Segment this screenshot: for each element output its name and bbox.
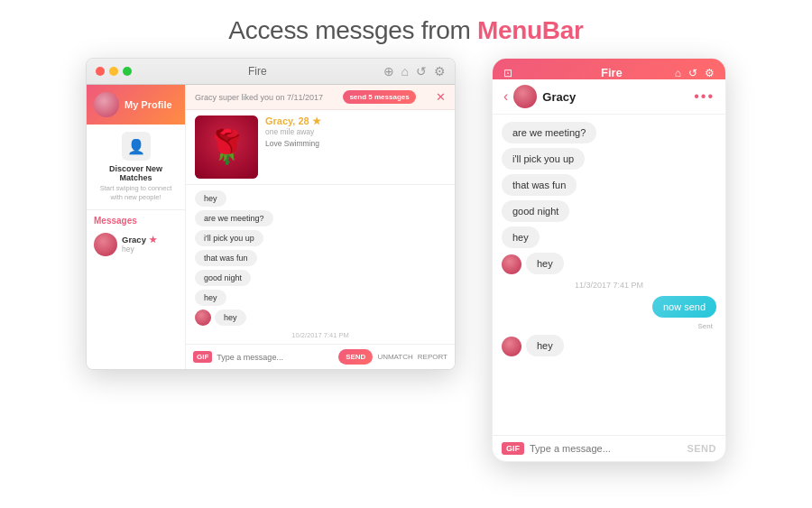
mobile-msg-meeting: are we meeting? [502,122,596,143]
mobile-home-icon[interactable]: ⌂ [675,67,681,79]
profile-avatar [94,92,119,117]
mobile-refresh-icon[interactable]: ↺ [688,67,697,79]
msg-hey-1: hey [195,190,226,207]
contact-last-msg: hey [122,245,157,254]
window-body: My Profile 👤 Discover New Matches Start … [87,85,455,369]
mobile-msg-now-send: now send [652,296,716,318]
mobile-title-left: ⊡ [503,67,549,79]
mobile-msg-hey-2: hey [526,253,564,274]
discover-sub: Start swiping to connect with new people… [94,184,178,202]
desktop-chat-input-bar: GIF SEND UNMATCH REPORT [186,344,455,369]
dot-green[interactable] [123,67,132,76]
mobile-msg-avatar [502,254,521,274]
window-ctrl-2[interactable]: ⌂ [401,64,409,79]
msg-fun: that was fun [195,250,257,266]
gif-button[interactable]: GIF [193,351,212,363]
mobile-msg-fun: that was fun [502,174,577,196]
mobile-msg-hey-3: hey [526,335,564,356]
profile-star-icon: ★ [312,115,321,126]
notif-send-btn[interactable]: send 5 messages [343,90,415,104]
mobile-back-icon[interactable]: ‹ [503,88,508,105]
profile-card-photo [195,115,258,179]
msg-hey-3: hey [215,309,246,326]
page-header: Access messges from MenuBar [228,0,583,58]
profile-card-info: Gracy, 28 ★ one mile away Love Swimming [265,115,321,148]
chat-area: Gracy super liked you on 7/11/2017 send … [186,85,455,369]
main-content: Fire ⊕ ⌂ ↺ ⚙ My Profile 👤 Disco [0,58,812,462]
mobile-send-button[interactable]: SEND [687,443,716,454]
mobile-msg-hey-1: hey [502,226,540,248]
sidebar-contact-gracy[interactable]: Gracy ★ hey [87,228,185,261]
profile-card-name: Gracy, 28 ★ [265,115,321,127]
notif-text: Gracy super liked you on 7/11/2017 [195,93,323,102]
window-dots [96,67,132,76]
chat-input-field[interactable] [217,353,334,362]
mobile-msg-hey-avatar-row: hey [502,335,716,356]
contact-name: Gracy ★ [122,235,157,245]
dot-red[interactable] [96,67,105,76]
mobile-chat-input[interactable] [530,443,681,454]
profile-avatar-inner [94,92,119,117]
window-ctrl-4[interactable]: ⚙ [434,64,446,79]
sidebar-profile: My Profile [87,85,185,125]
msg-meeting: are we meeting? [195,210,273,226]
mobile-timestamp: 11/3/2017 7:41 PM [502,281,716,290]
mobile-titlebar: ⊡ Fire ⌂ ↺ ⚙ [493,59,725,79]
mobile-input-bar: GIF SEND [493,435,725,461]
contact-avatar-inner [94,233,117,256]
window-title: Fire [132,65,383,78]
mobile-icon-screen: ⊡ [503,67,512,79]
mobile-messages-list: are we meeting? i'll pick you up that wa… [493,115,725,435]
mobile-sent-label: Sent [502,322,713,330]
window-controls: ⊕ ⌂ ↺ ⚙ [383,64,446,79]
msg-timestamp: 10/2/2017 7:41 PM [195,331,446,339]
mobile-msg-avatar-row: hey [502,253,716,274]
window-ctrl-3[interactable]: ↺ [416,64,427,79]
profile-card: Gracy, 28 ★ one mile away Love Swimming [186,110,455,185]
discover-icon: 👤 [122,132,151,161]
header-prefix: Access messges from [228,16,477,44]
contact-star: ★ [149,235,157,245]
mobile-nav-bar: ‹ Gracy ••• [493,79,725,115]
chat-notification: Gracy super liked you on 7/11/2017 send … [186,85,455,110]
mobile-gif-button[interactable]: GIF [502,442,524,455]
window-ctrl-1[interactable]: ⊕ [383,64,394,79]
desktop-window: Fire ⊕ ⌂ ↺ ⚙ My Profile 👤 Disco [86,58,456,370]
discover-title: Discover New Matches [94,164,178,182]
contact-info: Gracy ★ hey [122,235,157,254]
msg-avatar-sm [195,309,211,326]
sidebar-messages-label: Messages [87,210,185,228]
mobile-nav-avatar [513,85,537,108]
sidebar: My Profile 👤 Discover New Matches Start … [87,85,186,369]
mobile-nav-name: Gracy [542,90,694,104]
msg-pickup: i'll pick you up [195,230,263,246]
msg-hey-2: hey [195,290,226,306]
report-button[interactable]: REPORT [418,353,448,361]
mobile-msg-avatar-2 [502,337,521,356]
mobile-title: Fire [549,66,675,79]
desktop-send-btn[interactable]: SEND [338,349,373,365]
mobile-settings-icon[interactable]: ⚙ [705,67,715,79]
profile-card-bio: Love Swimming [265,139,321,148]
mobile-window: ⊡ Fire ⌂ ↺ ⚙ ‹ Gracy ••• are we meeting?… [492,58,726,462]
notif-close-icon[interactable]: ✕ [436,90,446,104]
desktop-messages-list: hey are we meeting? i'll pick you up tha… [186,185,455,344]
mobile-msg-night: good night [502,200,569,222]
msg-night: good night [195,270,251,286]
mobile-more-icon[interactable]: ••• [694,88,715,105]
msg-avatar-row: hey [195,309,446,326]
window-titlebar: Fire ⊕ ⌂ ↺ ⚙ [87,59,455,85]
mobile-title-icons: ⌂ ↺ ⚙ [675,67,715,79]
rose-photo [195,115,258,179]
profile-card-sub: one mile away [265,127,321,136]
header-brand: MenuBar [477,16,584,44]
sidebar-discover[interactable]: 👤 Discover New Matches Start swiping to … [87,125,185,210]
sidebar-profile-name: My Profile [125,99,172,110]
contact-avatar-gracy [94,233,117,256]
dot-yellow[interactable] [109,67,118,76]
unmatch-button[interactable]: UNMATCH [377,353,412,361]
mobile-msg-pickup: i'll pick you up [502,148,585,170]
